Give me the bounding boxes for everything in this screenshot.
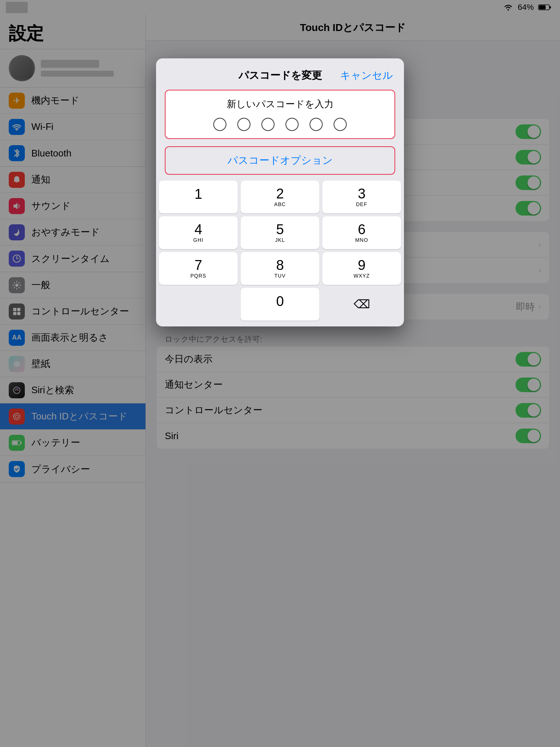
numpad-row-2: 4 GHI 5 JKL 6 MNO	[159, 216, 401, 249]
passcode-dialog-title: パスコードを変更	[238, 69, 322, 82]
numpad-delete-key[interactable]: ⌫	[322, 288, 401, 321]
passcode-dialog-header: パスコードを変更 キャンセル	[156, 58, 404, 82]
passcode-dot-6	[334, 118, 347, 131]
numpad: 1 2 ABC 3 DEF 4 GHI 5 J	[156, 181, 404, 326]
numpad-row-1: 1 2 ABC 3 DEF	[159, 181, 401, 213]
passcode-options-button[interactable]: パスコードオプション	[165, 146, 395, 175]
passcode-dot-1	[213, 118, 226, 131]
numpad-row-3: 7 PQRS 8 TUV 9 WXYZ	[159, 252, 401, 285]
numpad-key-4[interactable]: 4 GHI	[159, 216, 238, 249]
delete-icon: ⌫	[354, 297, 370, 311]
passcode-dot-5	[310, 118, 323, 131]
passcode-prompt: 新しいパスコードを入力	[173, 98, 387, 111]
numpad-key-8[interactable]: 8 TUV	[241, 252, 319, 285]
numpad-key-9[interactable]: 9 WXYZ	[322, 252, 401, 285]
passcode-dot-3	[261, 118, 275, 131]
passcode-overlay: パスコードを変更 キャンセル 新しいパスコードを入力 パスコードオプション 1	[0, 0, 560, 747]
passcode-input-area: 新しいパスコードを入力	[165, 90, 395, 139]
passcode-dot-2	[237, 118, 250, 131]
numpad-key-6[interactable]: 6 MNO	[322, 216, 401, 249]
numpad-key-5[interactable]: 5 JKL	[241, 216, 319, 249]
numpad-key-2[interactable]: 2 ABC	[241, 181, 319, 213]
numpad-key-1[interactable]: 1	[159, 181, 238, 213]
numpad-row-4: 0 ⌫	[159, 288, 401, 321]
passcode-cancel-button[interactable]: キャンセル	[340, 69, 393, 82]
numpad-key-0[interactable]: 0	[241, 288, 319, 321]
numpad-key-3[interactable]: 3 DEF	[322, 181, 401, 213]
numpad-key-empty	[159, 288, 238, 321]
passcode-dot-4	[285, 118, 299, 131]
passcode-options-label: パスコードオプション	[228, 155, 333, 166]
passcode-dialog: パスコードを変更 キャンセル 新しいパスコードを入力 パスコードオプション 1	[156, 58, 404, 326]
passcode-dots	[173, 118, 387, 131]
numpad-key-7[interactable]: 7 PQRS	[159, 252, 238, 285]
